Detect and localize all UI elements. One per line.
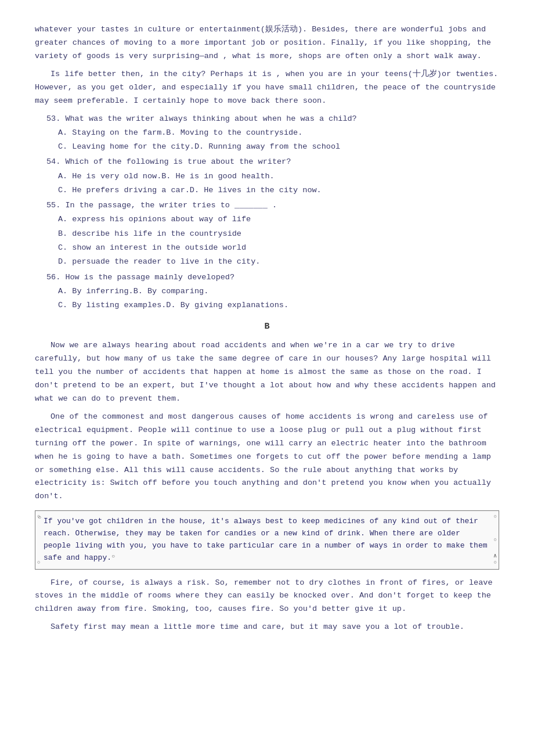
question-56: 56. How is the passage mainly developed?… <box>35 271 499 312</box>
q56-opt-b: B. By comparing. <box>134 285 499 298</box>
q55-opt-d: D. persuade the reader to live in the ci… <box>58 255 499 268</box>
passage-b-para2: One of the commonest and most dangerous … <box>35 411 499 504</box>
q55-opt-a: A. express his opinions about way of lif… <box>58 213 499 226</box>
q54-opt-d: D. He lives in the city now. <box>190 184 499 197</box>
question-54: 54. Which of the following is true about… <box>35 156 499 197</box>
q54-opt-c: C. He prefers driving a car. <box>58 184 190 197</box>
q53-options-ab: A. Staying on the farm. B. Moving to the… <box>58 127 499 139</box>
q54-text: 54. Which of the following is true about… <box>46 156 499 168</box>
q56-opt-d: D. By giving explanations. <box>166 299 499 312</box>
q53-opt-d: D. Running away from the school <box>194 141 499 153</box>
section-b-title: B <box>35 320 499 334</box>
question-53: 53. What was the writer always thinking … <box>35 113 499 154</box>
q53-opt-a: A. Staying on the farm. <box>58 127 166 139</box>
q56-options-ab: A. By inferring. B. By comparing. <box>58 285 499 298</box>
passage-b-para1: Now we are always hearing about road acc… <box>35 339 499 406</box>
passage-a-para1: whatever your tastes in culture or enter… <box>35 23 499 63</box>
q53-opt-b: B. Moving to the countryside. <box>166 127 499 139</box>
q53-options-cd: C. Leaving home for the city. D. Running… <box>58 141 499 153</box>
q54-opt-a: A. He is very old now. <box>58 170 161 183</box>
q56-opt-a: A. By inferring. <box>58 285 134 298</box>
q54-options-cd: C. He prefers driving a car. D. He lives… <box>58 184 499 197</box>
q56-text: 56. How is the passage mainly developed? <box>46 271 499 284</box>
question-55: 55. In the passage, the writer tries to … <box>35 199 499 268</box>
q56-options-cd: C. By listing examples. D. By giving exp… <box>58 299 499 312</box>
highlight-text: If you've got children in the house, it'… <box>44 517 488 561</box>
q56-opt-c: C. By listing examples. <box>58 299 166 312</box>
q55-text: 55. In the passage, the writer tries to … <box>46 199 499 212</box>
passage-b-para3: Fire, of course, is always a risk. So, r… <box>35 577 499 617</box>
passage-a-para2: Is life better then, in the city? Perhap… <box>35 68 499 108</box>
q54-opt-b: B. He is in good health. <box>161 170 499 183</box>
q55-opt-b: B. describe his life in the countryside <box>58 228 499 240</box>
highlight-box: ○ ○ ○ ○ ○ If you've got children in the … <box>35 510 499 569</box>
passage-b-para4: Safety first may mean a little more time… <box>35 621 499 634</box>
q54-options-ab: A. He is very old now. B. He is in good … <box>58 170 499 183</box>
q53-text: 53. What was the writer always thinking … <box>46 113 499 125</box>
q55-opt-c: C. show an interest in the outside world <box>58 242 499 254</box>
q53-opt-c: C. Leaving home for the city. <box>58 141 194 153</box>
